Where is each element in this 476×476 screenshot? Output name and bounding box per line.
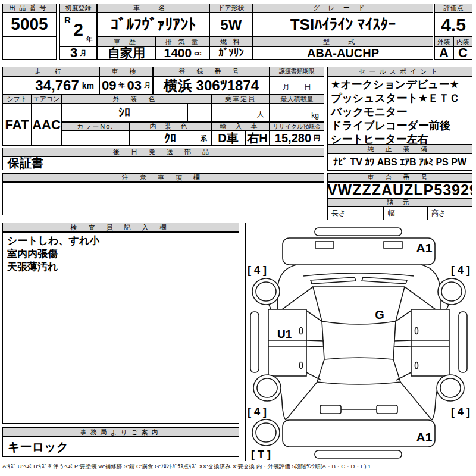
inspection-month-unit: 月 (144, 81, 151, 90)
interior-color-label: 内 装 色 (129, 122, 211, 131)
left-rear-door-handle (300, 362, 303, 369)
roof-side-edges (322, 321, 396, 359)
rear-window (317, 358, 400, 384)
car-top-view-diagram: A1 G (246, 224, 471, 460)
front-left-fender-line (277, 265, 296, 309)
car-name-label: 車 名 (97, 4, 209, 12)
recycle-deposit-label: リサイクル預託金 (270, 122, 324, 131)
inspector-notes-label: 検 査 員 記 入 欄 (2, 223, 239, 232)
windshield-mark: G (375, 308, 384, 321)
first-registration-month-cell: 3 月 (60, 46, 97, 60)
year-unit: 年 (86, 35, 93, 44)
interior-color-cell: ｸﾛ 系 (129, 131, 211, 146)
factory-equipment-value: ﾅﾋﾞ TV ｶﾜ ABS ｴｱB ｱﾙﾐ PS PW (327, 154, 472, 171)
front-bumper-mark: A1 (416, 241, 433, 255)
grade-label: グレード (253, 4, 433, 12)
fuel-value: ｶﾞｿﾘﾝ (209, 46, 253, 60)
capacity-unit-cell: 人 (211, 104, 270, 122)
b-pillar-bands (306, 340, 411, 347)
left-front-door-handle (300, 328, 303, 334)
chassis-number-label: 車 台 番 号 (327, 173, 472, 182)
inspection-cell: 09 年 03 月 (99, 76, 153, 95)
capacity-label: 乗車定員 (211, 95, 270, 104)
mileage-unit: km (82, 81, 94, 90)
front-right-tire-mark: [ 4 ] (451, 264, 470, 276)
sales-point-item: バックモニター (328, 105, 472, 119)
max-load-label: 最大積載量 (270, 95, 324, 104)
front-left-door-mark: U1 (277, 328, 292, 340)
windshield (313, 287, 405, 324)
right-rear-door-handle (415, 362, 418, 369)
aircon-value: AAC (32, 104, 61, 146)
handle-position-value: 右H (245, 131, 270, 146)
front-right-tire-inner (441, 282, 462, 301)
left-taillight (320, 405, 341, 414)
damage-code-legend: A:ｷｽﾞ U:ﾍｺﾐ B:ｷｽﾞを伴うﾍｺﾐ P:要塗装 W:補修跡 S:錆 … (2, 463, 474, 471)
rear-right-tire-mark: [ 4 ] (451, 406, 470, 418)
rear-right-tire-inner (440, 378, 461, 397)
exterior-color-label: 外 装 色 (61, 95, 211, 104)
displacement-label: 排 気 量 (156, 37, 209, 46)
front-grille-right (384, 242, 402, 248)
spec-height-cell: 高さ (427, 206, 472, 220)
tailgate-folds (286, 382, 432, 420)
sales-points-label: セールスポイント (327, 67, 472, 76)
door-shape-label: ドア形状 (209, 4, 253, 12)
color-number-label: カラーNo. (61, 122, 129, 131)
recycle-deposit-unit: 円 (314, 134, 320, 143)
right-front-door-handle (415, 328, 418, 334)
score-value: 4.5 (434, 12, 472, 37)
era-mark: R (64, 15, 71, 25)
shift-value: FAT (2, 104, 32, 146)
score-label: 評価点 (434, 4, 472, 12)
rear-left-tire-mark: [ 4 ] (248, 406, 267, 418)
auction-sheet: 出品番号 5005 初度登録 R 2 年 3 月 車 名 ｺﾞﾙﾌｳﾞｧﾘｱﾝﾄ… (0, 0, 476, 476)
cowl-line (303, 273, 414, 276)
interior-grade-value: C (453, 46, 472, 60)
rear-bumper-mark: A1 (416, 430, 433, 444)
later-parts-label: 後 日 発 送 部 品 (2, 148, 324, 156)
first-registration-year-cell: R 2 年 (60, 12, 97, 46)
fuel-label: 燃 料 (209, 37, 253, 46)
inspector-notes-area: シートしわ、すれ小 室内内張傷 天張薄汚れ (2, 232, 239, 424)
interior-color-value: ｸﾛ (164, 131, 176, 145)
inspection-year: 09 (102, 78, 116, 93)
spare-tire-mark: [ T ] (251, 449, 271, 460)
front-face-panel (283, 238, 435, 265)
month-unit: 月 (80, 49, 86, 58)
aircon-label: エアコン (32, 95, 61, 104)
first-registration-month: 3 (70, 46, 77, 60)
exterior-grade-label: 外装 (434, 37, 453, 46)
first-registration-label: 初度登録 (60, 4, 97, 12)
rear-face-panel (283, 420, 435, 447)
grade-value: TSIﾊｲﾗｲﾝ ﾏｲｽﾀｰ (253, 12, 433, 37)
registration-number-label: 登 録 番 号 (153, 67, 270, 76)
inspector-note-line: シートしわ、すれ小 (3, 234, 239, 248)
interior-color-unit: 系 (201, 134, 207, 143)
model-code-value: ABA-AUCHP (253, 46, 433, 60)
mileage-value: 34,767 (35, 77, 79, 94)
office-announcement-label: 事務局よりご案内 (2, 427, 239, 437)
mileage-label: 走 行 (2, 67, 99, 76)
right-rocker-strip (459, 312, 467, 372)
model-code-label: 型 式 (253, 37, 433, 46)
inspection-month: 03 (127, 78, 142, 93)
left-rocker-strip (250, 312, 259, 372)
import-label: 輸 入 車 (211, 122, 270, 131)
recycle-deposit-value: 15,280 (275, 131, 311, 145)
later-parts-value: 保証書 (2, 156, 324, 170)
exterior-grade-value: A (434, 46, 453, 60)
car-history-label: 車 歴 (97, 37, 156, 46)
import-type-value: D車 (211, 131, 245, 146)
sales-point-item: ドライブレコーダー前後 (328, 119, 472, 133)
inspection-label: 車 検 (99, 67, 153, 76)
car-history-value: 自家用 (97, 46, 156, 60)
specs-label: 諸 元 (327, 198, 472, 206)
door-shape-value: 5W (209, 12, 253, 37)
right-taillight (377, 405, 397, 414)
spec-width-cell: 幅 (384, 206, 427, 220)
exterior-color-value: ｼﾛ (61, 104, 187, 122)
notes-label: 注 意 事 項 欄 (2, 173, 324, 182)
transfer-deadline-value: 月 日 (270, 76, 324, 95)
damage-diagram-box: A1 G (245, 223, 472, 461)
